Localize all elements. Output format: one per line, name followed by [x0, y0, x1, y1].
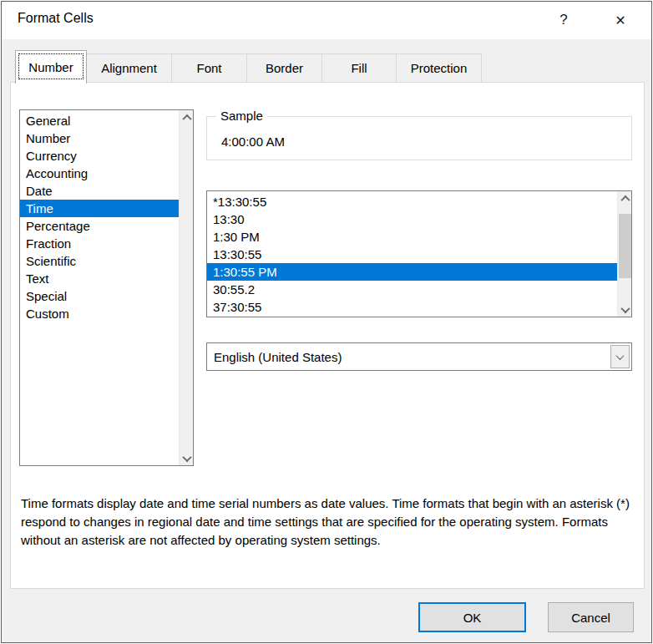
category-item-currency[interactable]: Currency	[20, 147, 179, 165]
close-icon: ✕	[615, 13, 625, 28]
chevron-up-icon	[620, 195, 630, 204]
category-listbox[interactable]: General Number Currency Accounting Date …	[19, 109, 194, 466]
ok-button[interactable]: OK	[418, 602, 526, 632]
tab-border-label: Border	[266, 61, 303, 75]
category-items: General Number Currency Accounting Date …	[20, 112, 179, 465]
tab-border[interactable]: Border	[246, 53, 322, 83]
tab-fill-label: Fill	[351, 61, 367, 75]
sample-group-label: Sample	[216, 109, 267, 123]
category-item-custom[interactable]: Custom	[20, 305, 179, 322]
type-scrollbar[interactable]	[617, 191, 631, 317]
format-cells-dialog: Format Cells ? ✕ Number Alignment Font B…	[1, 1, 652, 643]
category-scroll-down-button[interactable]	[180, 451, 194, 465]
category-item-date[interactable]: Date	[20, 182, 179, 200]
screen: Format Cells ? ✕ Number Alignment Font B…	[0, 0, 653, 644]
type-scrollbar-thumb[interactable]	[619, 214, 631, 278]
type-listbox[interactable]: *13:30:55 13:30 1:30 PM 13:30:55 1:30:55…	[206, 190, 632, 317]
chevron-down-icon	[616, 352, 625, 360]
locale-combobox[interactable]: English (United States)	[206, 342, 632, 371]
category-item-special[interactable]: Special	[20, 287, 179, 305]
sample-groupbox: Sample 4:00:00 AM	[206, 116, 632, 160]
sample-value: 4:00:00 AM	[221, 134, 285, 149]
locale-selected-value: English (United States)	[214, 343, 342, 370]
type-scroll-down-button[interactable]	[618, 302, 632, 317]
chevron-down-icon	[182, 452, 191, 461]
type-item-4-selected[interactable]: 1:30:55 PM	[207, 263, 617, 281]
tab-number-label: Number	[28, 60, 73, 74]
chevron-down-icon	[620, 303, 630, 312]
type-item-0[interactable]: *13:30:55	[207, 193, 617, 210]
type-item-2[interactable]: 1:30 PM	[207, 228, 617, 246]
type-item-3[interactable]: 13:30:55	[207, 246, 617, 263]
type-item-6[interactable]: 37:30:55	[207, 298, 617, 316]
category-item-scientific[interactable]: Scientific	[20, 252, 179, 270]
locale-dropdown-button[interactable]	[610, 345, 630, 368]
category-item-fraction[interactable]: Fraction	[20, 235, 179, 252]
category-item-percentage[interactable]: Percentage	[20, 217, 179, 235]
tab-fill[interactable]: Fill	[321, 53, 397, 83]
category-scrollbar[interactable]	[179, 110, 193, 465]
dialog-title: Format Cells	[18, 11, 94, 26]
tab-protection[interactable]: Protection	[396, 53, 482, 83]
category-item-number[interactable]: Number	[20, 129, 179, 147]
category-item-general[interactable]: General	[20, 112, 179, 129]
tab-font-label: Font	[196, 61, 221, 75]
category-item-accounting[interactable]: Accounting	[20, 165, 179, 182]
tab-number[interactable]: Number	[15, 50, 87, 84]
ok-button-label: OK	[463, 611, 482, 625]
type-items: *13:30:55 13:30 1:30 PM 13:30:55 1:30:55…	[207, 193, 617, 317]
tab-font[interactable]: Font	[171, 53, 247, 83]
cancel-button-label: Cancel	[571, 611, 610, 625]
format-description: Time formats display date and time seria…	[21, 494, 642, 550]
chevron-up-icon	[182, 114, 191, 123]
cancel-button[interactable]: Cancel	[548, 602, 634, 632]
help-button[interactable]: ?	[543, 2, 585, 38]
type-item-5[interactable]: 30:55.2	[207, 281, 617, 298]
category-scroll-up-button[interactable]	[180, 110, 194, 124]
tab-alignment-label: Alignment	[101, 61, 157, 75]
tab-protection-label: Protection	[411, 61, 468, 75]
help-icon: ?	[559, 12, 567, 28]
type-scroll-up-button[interactable]	[618, 191, 632, 205]
tab-alignment[interactable]: Alignment	[86, 53, 172, 83]
category-item-text[interactable]: Text	[20, 270, 179, 287]
title-bar[interactable]: Format Cells ? ✕	[2, 2, 651, 39]
category-item-time-selected[interactable]: Time	[20, 200, 179, 217]
type-item-1[interactable]: 13:30	[207, 210, 617, 228]
close-button[interactable]: ✕	[600, 2, 641, 38]
